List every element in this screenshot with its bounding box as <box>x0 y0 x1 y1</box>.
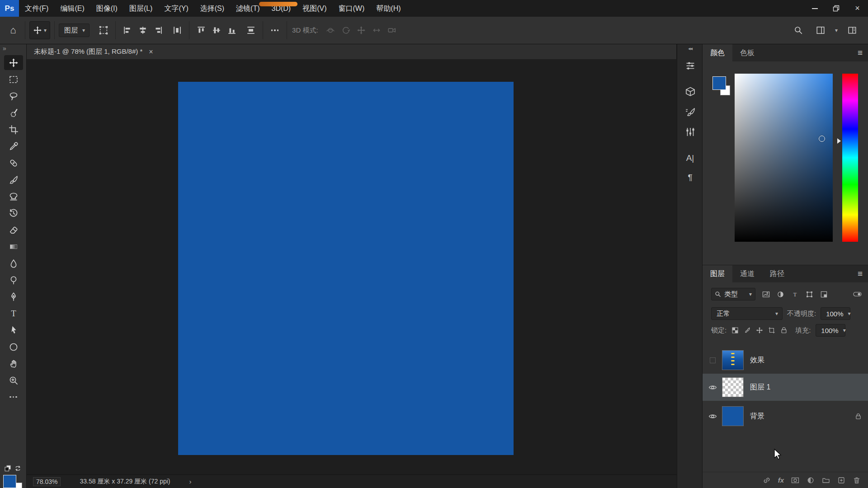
link-layers-button[interactable] <box>763 476 771 484</box>
properties-panel-button[interactable] <box>677 126 703 138</box>
lasso-tool[interactable] <box>0 88 27 104</box>
dodge-tool[interactable] <box>0 272 27 288</box>
status-chevron-icon[interactable]: › <box>189 478 191 485</box>
new-layer-button[interactable] <box>837 476 845 484</box>
tab-paths[interactable]: 路径 <box>762 265 792 282</box>
menu-edit[interactable]: 编辑(E) <box>54 0 90 17</box>
panel-menu-icon[interactable]: ≡ <box>858 48 863 58</box>
shape-layer-filter-icon[interactable] <box>806 291 813 298</box>
tools-collapse-button[interactable]: » <box>3 45 6 52</box>
ellipse-tool[interactable] <box>0 338 27 355</box>
align-left-button[interactable] <box>120 21 135 39</box>
blur-tool[interactable] <box>0 255 27 272</box>
tab-layers[interactable]: 图层 <box>703 265 732 282</box>
lock-transparent-pixels-button[interactable] <box>731 327 739 334</box>
adjustments-panel-button[interactable] <box>677 60 703 71</box>
3d-pan-button[interactable] <box>354 21 369 39</box>
layer-thumbnail[interactable] <box>722 407 743 426</box>
align-bottom-button[interactable] <box>224 21 240 39</box>
minimize-button[interactable] <box>804 0 826 17</box>
tab-close-icon[interactable]: × <box>149 48 153 56</box>
3d-orbit-button[interactable] <box>323 21 338 39</box>
layer-filter-dropdown[interactable]: 类型 ▾ <box>711 288 755 300</box>
3d-panel-button[interactable] <box>677 86 703 98</box>
menu-image[interactable]: 图像(I) <box>90 0 123 17</box>
lock-image-pixels-button[interactable] <box>744 327 751 334</box>
foreground-color-well[interactable] <box>712 76 726 90</box>
search-button[interactable] <box>791 21 806 39</box>
saturation-brightness-field[interactable] <box>735 74 833 242</box>
menu-file[interactable]: 文件(F) <box>19 0 54 17</box>
new-group-button[interactable] <box>822 476 830 484</box>
delete-layer-button[interactable] <box>853 476 861 484</box>
spot-healing-brush-tool[interactable] <box>0 155 27 171</box>
add-layer-mask-button[interactable] <box>791 476 799 484</box>
layer-row-background[interactable]: 背景 <box>703 403 868 430</box>
rectangular-marquee-tool[interactable] <box>0 71 27 88</box>
pixel-layer-filter-icon[interactable] <box>762 291 770 298</box>
visibility-toggle[interactable] <box>703 385 722 390</box>
history-brush-tool[interactable] <box>0 205 27 221</box>
adjustment-layer-filter-icon[interactable] <box>777 291 784 298</box>
canvas-area[interactable] <box>27 59 677 474</box>
menu-select[interactable]: 选择(S) <box>194 0 230 17</box>
layer-row-effects[interactable]: 效果 <box>703 347 868 374</box>
tab-channels[interactable]: 通道 <box>732 265 762 282</box>
panel-menu-icon[interactable]: ≡ <box>858 269 863 279</box>
blend-mode-select[interactable]: 正常 ▾ <box>711 307 783 320</box>
color-picker-marker[interactable] <box>819 136 825 142</box>
fill-field[interactable]: 100% ▾ <box>816 324 845 337</box>
show-transform-controls-toggle[interactable] <box>96 21 111 39</box>
menu-window[interactable]: 窗口(W) <box>333 0 371 17</box>
chevron-down-icon[interactable]: ▾ <box>835 28 838 33</box>
auto-select-dropdown[interactable]: 图层 ▾ <box>59 23 90 37</box>
menu-help[interactable]: 帮助(H) <box>370 0 406 17</box>
visibility-toggle[interactable] <box>703 413 722 419</box>
default-colors-button[interactable] <box>5 465 11 474</box>
character-panel-button[interactable]: A| <box>677 153 703 163</box>
menu-view[interactable]: 视图(V) <box>297 0 332 17</box>
visibility-toggle[interactable] <box>703 357 722 363</box>
prevent-autonest-button[interactable] <box>768 327 775 334</box>
lock-position-button[interactable] <box>756 327 763 334</box>
zoom-tool[interactable] <box>0 372 27 389</box>
type-tool[interactable]: T <box>0 305 27 322</box>
zoom-level-field[interactable]: 78.03% <box>33 477 61 486</box>
align-middle-vertical-button[interactable] <box>209 21 224 39</box>
brush-settings-panel-button[interactable] <box>677 107 703 118</box>
hue-slider-marker[interactable] <box>837 138 841 144</box>
opacity-field[interactable]: 100% ▾ <box>821 307 850 320</box>
pen-tool[interactable] <box>0 288 27 305</box>
smart-object-filter-icon[interactable] <box>820 291 828 298</box>
crop-tool[interactable] <box>0 121 27 138</box>
tool-preset-button[interactable]: ▾ <box>29 21 50 39</box>
path-selection-tool[interactable] <box>0 322 27 338</box>
menu-type[interactable]: 文字(Y) <box>158 0 194 17</box>
paragraph-panel-button[interactable]: ¶ <box>677 173 703 183</box>
align-right-button[interactable] <box>151 21 166 39</box>
distribute-horizontal-button[interactable] <box>170 21 185 39</box>
foreground-color-swatch[interactable] <box>3 475 16 488</box>
hand-tool[interactable] <box>0 355 27 372</box>
tab-swatches[interactable]: 色板 <box>732 44 762 61</box>
layer-row-layer1[interactable]: 图层 1 <box>703 374 868 401</box>
3d-camera-button[interactable] <box>384 21 400 39</box>
gradient-tool[interactable] <box>0 238 27 255</box>
align-center-horizontal-button[interactable] <box>135 21 151 39</box>
layer-thumbnail[interactable] <box>722 351 743 370</box>
arrange-panels-button[interactable] <box>844 21 860 39</box>
expand-panels-button[interactable]: ◂◂ <box>677 46 703 52</box>
new-adjustment-layer-button[interactable] <box>807 476 815 484</box>
clone-stamp-tool[interactable] <box>0 188 27 205</box>
restore-button[interactable] <box>826 0 847 17</box>
eraser-tool[interactable] <box>0 221 27 238</box>
more-align-options-button[interactable] <box>267 21 283 39</box>
document-tab[interactable]: 未标题-1 @ 78% (图层 1, RGB/8#) * × <box>27 44 677 59</box>
3d-slide-button[interactable] <box>369 21 384 39</box>
layer-style-button[interactable]: fx <box>778 476 784 484</box>
tab-color[interactable]: 颜色 <box>703 44 732 61</box>
3d-roll-button[interactable] <box>338 21 354 39</box>
workspace-switcher[interactable] <box>813 21 828 39</box>
menu-layer[interactable]: 图层(L) <box>123 0 159 17</box>
brush-tool[interactable] <box>0 171 27 188</box>
